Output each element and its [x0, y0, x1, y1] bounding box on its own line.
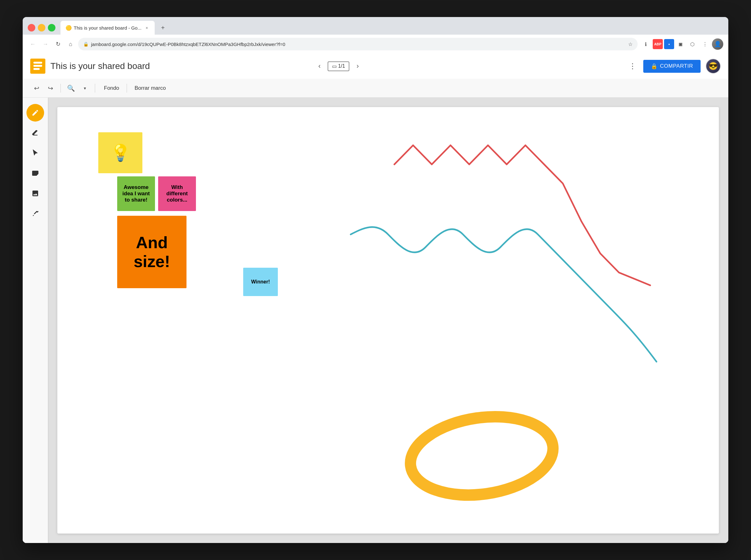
browser-window: 🟡 This is your shared board - Go... × + … [23, 17, 728, 543]
page-count: 1/1 [338, 63, 345, 69]
canvas-board[interactable]: 💡 Awesome idea I want to share! With dif… [57, 107, 719, 534]
lock-icon: 🔒 [83, 42, 88, 47]
redo-button[interactable]: ↪ [44, 82, 57, 95]
pen-tool-button[interactable] [26, 104, 44, 122]
app-header: This is your shared board ‹ ▭ 1/1 › ⋮ 🔒 … [23, 54, 728, 79]
svg-point-4 [406, 408, 558, 504]
home-button[interactable]: ⌂ [65, 39, 76, 49]
user-avatar[interactable]: 😎 [706, 59, 721, 74]
address-bar[interactable]: 🔒 jamboard.google.com/d/19cQUPwE-P0Bk8ht… [78, 38, 638, 51]
browser-actions: ℹ ABP ▪ ▣ ⬡ ⋮ 👤 [640, 38, 723, 50]
prev-page-button[interactable]: ‹ [314, 60, 325, 72]
zoom-dropdown-button[interactable]: ▾ [78, 82, 91, 95]
canvas-area: 💡 Awesome idea I want to share! With dif… [48, 98, 728, 543]
traffic-light-red[interactable] [28, 24, 35, 32]
tab-title: This is your shared board - Go... [74, 25, 141, 31]
cast-button[interactable]: ⬡ [687, 38, 698, 50]
sticky-note-blue-text: Winner! [251, 279, 270, 285]
toolbar-divider-2 [95, 84, 95, 93]
laser-tool-button[interactable] [26, 205, 44, 222]
page-nav: ‹ ▭ 1/1 › [314, 60, 363, 72]
active-tab[interactable]: 🟡 This is your shared board - Go... × [60, 21, 155, 35]
svg-rect-2 [33, 65, 42, 67]
forward-button[interactable]: → [40, 39, 51, 49]
new-tab-button[interactable]: + [157, 22, 169, 33]
traffic-light-green[interactable] [48, 24, 56, 32]
sticky-note-tool-button[interactable] [26, 164, 44, 182]
traffic-light-yellow[interactable] [38, 24, 45, 32]
page-thumbnail-icon: ▭ [332, 63, 337, 69]
canvas-drawings [57, 107, 719, 534]
toolbar: ↩ ↪ 🔍 ▾ Fondo Borrar marco [23, 79, 728, 98]
browser-profile-avatar[interactable]: 👤 [712, 38, 723, 50]
traffic-lights [28, 24, 56, 32]
app-more-button[interactable]: ⋮ [627, 60, 638, 72]
next-page-button[interactable]: › [352, 60, 363, 72]
sticky-note-yellow[interactable]: 💡 [98, 132, 142, 173]
sticky-note-green-text: Awesome idea I want to share! [120, 184, 152, 203]
main-area: 💡 Awesome idea I want to share! With dif… [23, 98, 728, 543]
zoom-button[interactable]: 🔍 [64, 82, 77, 95]
tab-favicon: 🟡 [65, 25, 71, 31]
lightbulb-icon: 💡 [110, 143, 131, 162]
eraser-tool-button[interactable] [26, 124, 44, 142]
sticky-note-orange[interactable]: And size! [117, 216, 186, 288]
left-sidebar [23, 98, 48, 543]
sticky-note-pink[interactable]: With different colors... [158, 176, 196, 211]
toolbar-divider [60, 84, 61, 93]
clear-frame-button[interactable]: Borrar marco [130, 83, 171, 93]
bookmark-icon[interactable]: ☆ [628, 41, 633, 47]
extension-2[interactable]: ▣ [675, 39, 686, 49]
background-button[interactable]: Fondo [99, 83, 124, 93]
browser-chrome: 🟡 This is your shared board - Go... × + … [23, 17, 728, 54]
select-tool-button[interactable] [26, 144, 44, 162]
sticky-note-blue[interactable]: Winner! [243, 268, 278, 296]
abp-extension[interactable]: ABP [653, 39, 663, 49]
browser-more-button[interactable]: ⋮ [699, 38, 711, 50]
svg-rect-1 [33, 62, 42, 64]
image-tool-button[interactable] [26, 184, 44, 202]
share-button[interactable]: 🔒 COMPARTIR [643, 60, 700, 73]
jamboard-logo [30, 59, 45, 74]
info-button[interactable]: ℹ [640, 38, 651, 50]
tab-close-button[interactable]: × [144, 25, 150, 31]
extension-1[interactable]: ▪ [664, 39, 674, 49]
title-bar: 🟡 This is your shared board - Go... × + [23, 17, 728, 35]
sticky-note-orange-text: And size! [117, 233, 186, 271]
page-indicator: ▭ 1/1 [328, 61, 349, 71]
svg-rect-3 [33, 68, 40, 70]
header-right: ⋮ 🔒 COMPARTIR 😎 [627, 59, 721, 74]
address-bar-row: ← → ↻ ⌂ 🔒 jamboard.google.com/d/19cQUPwE… [23, 35, 728, 54]
url-text: jamboard.google.com/d/19cQUPwE-P0Bk8htzx… [91, 42, 626, 47]
share-button-label: COMPARTIR [660, 63, 693, 69]
back-button[interactable]: ← [28, 39, 38, 49]
share-lock-icon: 🔒 [651, 63, 658, 69]
sticky-note-green[interactable]: Awesome idea I want to share! [117, 176, 155, 211]
refresh-button[interactable]: ↻ [53, 39, 63, 49]
undo-button[interactable]: ↩ [30, 82, 43, 95]
sticky-note-pink-text: With different colors... [161, 184, 193, 203]
board-title: This is your shared board [51, 61, 314, 71]
